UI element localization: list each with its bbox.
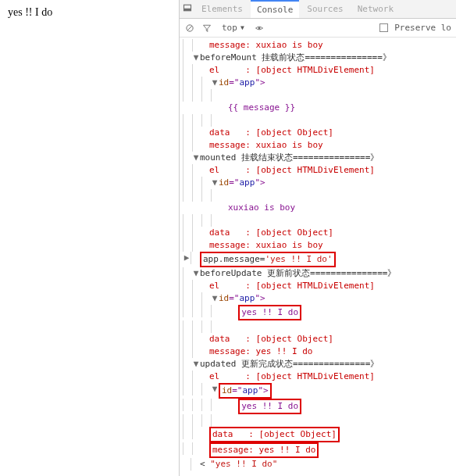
log-text: xuxiao is boy — [228, 202, 453, 214]
tab-network[interactable]: Network — [351, 1, 400, 17]
console-row: data : [object Object] — [180, 427, 456, 442]
console-text: < "yes !! I do" — [200, 458, 453, 471]
console-row: ▼id="app"> — [180, 383, 456, 399]
svg-line-4 — [187, 26, 192, 30]
log-text: [object HTMLDivElement] — [256, 65, 375, 75]
console-row: data : [object Object] — [180, 333, 456, 345]
log-text: el : — [209, 371, 256, 381]
log-text: id="app"> — [219, 292, 453, 305]
console-row: yes !! I do — [180, 399, 456, 414]
log-text: el : — [209, 65, 256, 75]
twistie-open-icon: ▼ — [211, 383, 219, 395]
console-row: message: xuxiao is boy — [180, 239, 456, 252]
clear-console-icon[interactable] — [184, 23, 195, 34]
highlight-box: id="app"> — [219, 383, 272, 399]
svg-point-5 — [258, 27, 260, 29]
log-text: id — [222, 385, 232, 395]
console-text: el : [object HTMLDivElement] — [209, 64, 453, 77]
log-text: =" — [232, 385, 242, 395]
console-text: beforeMount 挂载前状态===============》 — [200, 52, 453, 64]
console-row: message: yes !! I do — [180, 345, 456, 358]
console-row: ▼id="app"> — [180, 177, 456, 189]
console-text: mounted 挂载结束状态===============》 — [200, 152, 453, 164]
highlight-box: message: yes !! I do — [209, 442, 319, 458]
console-text: updated 更新完成状态===============》 — [200, 358, 453, 370]
twistie-open-icon: ▼ — [211, 177, 219, 189]
twistie-open-icon: ▼ — [192, 52, 200, 64]
console-text: data : [object Object] — [209, 227, 453, 239]
console-row: ▼id="app"> — [180, 292, 456, 305]
highlight-box: yes !! I do — [238, 305, 301, 320]
log-text: id — [219, 293, 229, 303]
live-expression-icon[interactable] — [254, 23, 265, 34]
console-row — [180, 414, 456, 427]
tab-sources[interactable]: Sources — [301, 1, 349, 17]
log-text: 'yes !! I do' — [265, 254, 332, 264]
log-text: message: — [209, 40, 256, 50]
console-row — [180, 114, 456, 127]
page-body: yes !! I do — [0, 0, 180, 476]
console-text: id="app"> — [219, 77, 453, 89]
console-text: el : [object HTMLDivElement] — [209, 164, 453, 177]
console-row: el : [object HTMLDivElement] — [180, 64, 456, 77]
log-text: yes !! I do — [241, 400, 298, 413]
console-text: beforeUpdate 更新前状态===============》 — [200, 267, 453, 280]
log-text: "> — [255, 293, 265, 303]
console-row: ▶app.message='yes !! I do' — [180, 252, 456, 267]
console-row: message: yes !! I do — [180, 442, 456, 458]
preserve-log-checkbox[interactable] — [379, 23, 388, 32]
console-row: yes !! I do — [180, 305, 456, 320]
log-text: yes !! I do — [259, 445, 316, 455]
console-text: data : [object Object] — [209, 127, 453, 139]
log-text: xuxiao is boy — [256, 140, 323, 150]
console-row — [180, 320, 456, 333]
log-text: id — [219, 77, 229, 88]
log-text: < — [200, 459, 210, 469]
log-text: updated 更新完成状态===============》 — [200, 359, 379, 369]
console-row — [180, 214, 456, 227]
log-text: [object Object] — [256, 227, 333, 238]
console-text: {{ message }} — [228, 89, 453, 114]
twistie-open-icon: ▼ — [192, 358, 200, 370]
log-text: "> — [255, 177, 265, 188]
console-text: app.message='yes !! I do' — [200, 252, 453, 267]
log-text: "yes !! I do" — [210, 459, 277, 469]
context-label: top — [222, 23, 237, 33]
console-text: id="app"> — [219, 383, 453, 399]
log-text: yes !! I do — [241, 306, 298, 319]
log-text: message: — [209, 240, 256, 250]
twistie-open-icon: ▼ — [192, 267, 200, 280]
devtools-tabs: Elements Console Sources Network — [180, 0, 456, 19]
log-text: "> — [258, 385, 268, 395]
console-row: data : [object Object] — [180, 227, 456, 239]
dock-icon[interactable] — [183, 3, 192, 15]
log-text: [object Object] — [256, 127, 333, 138]
console-toolbar: top ▼ Preserve lo — [180, 19, 456, 38]
svg-rect-1 — [184, 9, 191, 11]
tab-elements[interactable]: Elements — [195, 1, 249, 17]
filter-icon[interactable] — [201, 23, 212, 34]
console-row: {{ message }} — [180, 89, 456, 114]
console-text: data : [object Object] — [209, 333, 453, 345]
console-row: ▼mounted 挂载结束状态===============》 — [180, 152, 456, 164]
console-text: el : [object HTMLDivElement] — [209, 370, 453, 383]
console-output[interactable]: message: xuxiao is boy▼beforeMount 挂载前状态… — [180, 38, 456, 476]
console-row: ▼beforeMount 挂载前状态===============》 — [180, 52, 456, 64]
page-text: yes !! I do — [8, 6, 171, 19]
console-text: yes !! I do — [228, 305, 453, 320]
log-text: data : — [209, 127, 256, 138]
console-text: message: xuxiao is boy — [209, 239, 453, 252]
log-text: beforeUpdate 更新前状态===============》 — [200, 268, 396, 278]
log-text: el : — [209, 281, 256, 291]
log-text: =" — [229, 77, 239, 88]
console-row: < "yes !! I do" — [180, 458, 456, 471]
tab-console[interactable]: Console — [251, 0, 299, 18]
log-text: "> — [255, 77, 265, 88]
console-row: message: xuxiao is boy — [180, 139, 456, 152]
console-row: el : [object HTMLDivElement] — [180, 370, 456, 383]
log-text: [object Object] — [259, 429, 337, 439]
context-selector[interactable]: top ▼ — [219, 22, 248, 34]
log-text: xuxiao is boy — [256, 40, 323, 50]
console-text: id="app"> — [219, 177, 453, 189]
log-text: el : — [209, 165, 256, 175]
